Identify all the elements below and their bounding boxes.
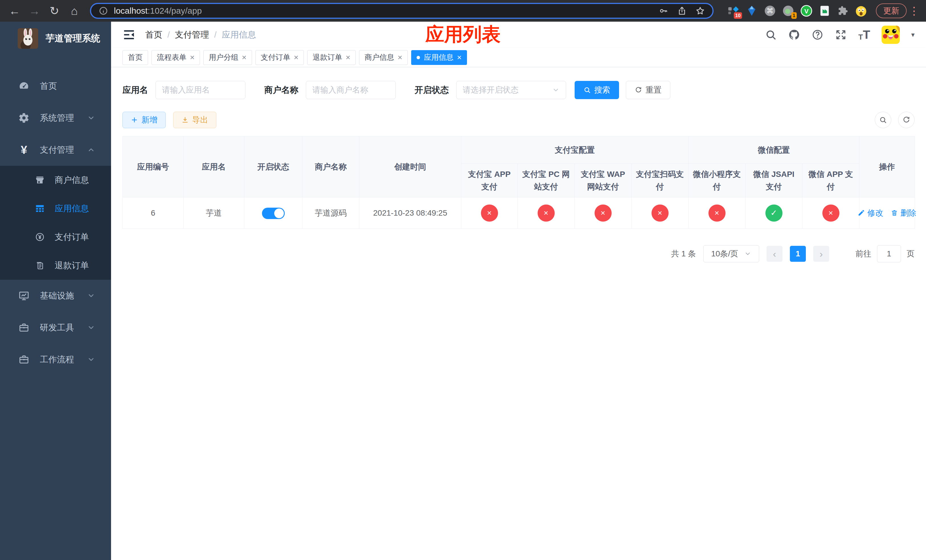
export-button[interactable]: 导出 <box>173 112 216 128</box>
extension-icon-4[interactable]: 1 <box>782 5 794 17</box>
sidebar-item-app-info[interactable]: 应用信息 <box>0 194 111 223</box>
search-button[interactable]: 搜索 <box>575 81 619 99</box>
font-size-icon[interactable]: TT <box>858 29 870 41</box>
chevron-up-icon <box>87 146 95 154</box>
browser-update-button[interactable]: 更新 <box>876 3 906 18</box>
sidebar-item-home[interactable]: 首页 <box>0 70 111 102</box>
breadcrumb-payment[interactable]: 支付管理 <box>175 29 209 41</box>
close-icon[interactable]: × <box>346 53 350 62</box>
close-icon[interactable]: × <box>398 53 402 62</box>
site-info-icon[interactable] <box>98 6 108 16</box>
refresh-table-button[interactable] <box>898 112 915 128</box>
close-icon[interactable]: × <box>457 53 461 62</box>
browser-toolbar: ← → ↻ ⌂ localhost:1024/pay/app 10 ⌘ <box>0 0 926 22</box>
address-bar[interactable]: localhost:1024/pay/app <box>90 3 714 19</box>
breadcrumb-home[interactable]: 首页 <box>145 29 162 41</box>
app-logo-row[interactable]: 芋道管理系统 <box>0 22 111 55</box>
extension-icon-1[interactable]: 10 <box>727 5 740 17</box>
share-icon[interactable] <box>677 6 687 16</box>
tab-refund-order[interactable]: 退款订单× <box>307 50 356 65</box>
sidebar-item-pay-order[interactable]: 支付订单 <box>0 223 111 251</box>
browser-forward-button[interactable]: → <box>25 2 44 20</box>
status-select[interactable]: 请选择开启状态 <box>456 81 566 99</box>
close-icon[interactable]: × <box>242 53 246 62</box>
sidebar-item-merchant-info[interactable]: 商户信息 <box>0 166 111 194</box>
sidebar-collapse-icon[interactable] <box>123 28 136 41</box>
extension-icon-2[interactable] <box>746 5 758 17</box>
tab-home[interactable]: 首页 <box>123 50 148 65</box>
github-icon[interactable] <box>788 29 800 41</box>
col-actions: 操作 <box>859 136 915 197</box>
url-host: localhost <box>114 6 147 15</box>
help-icon[interactable] <box>811 29 823 41</box>
close-icon[interactable]: × <box>190 53 195 62</box>
close-icon[interactable]: × <box>294 53 298 62</box>
browser-menu-icon[interactable]: ⋮ <box>908 5 920 16</box>
sidebar-item-system[interactable]: 系统管理 <box>0 102 111 134</box>
sidebar-item-dev-tools[interactable]: 研发工具 <box>0 312 111 344</box>
tab-merchant-info[interactable]: 商户信息× <box>359 50 407 65</box>
sidebar-item-refund-order[interactable]: 退款订单 <box>0 251 111 280</box>
prev-page-button[interactable]: ‹ <box>767 246 782 262</box>
add-button[interactable]: 新增 <box>123 112 166 128</box>
total-count: 共 1 条 <box>671 248 696 259</box>
col-alipay-pc: 支付宝 PC 网站支付 <box>517 164 575 197</box>
avatar[interactable] <box>882 26 900 44</box>
toggle-search-button[interactable] <box>875 112 891 128</box>
briefcase-icon <box>18 322 30 333</box>
status-label: 开启状态 <box>415 84 449 96</box>
next-page-button[interactable]: › <box>813 246 829 262</box>
reset-button[interactable]: 重置 <box>626 81 670 99</box>
tab-user-group[interactable]: 用户分组× <box>203 50 252 65</box>
sidebar-item-infrastructure[interactable]: 基础设施 <box>0 280 111 312</box>
goto-page-input[interactable] <box>877 245 901 262</box>
document-icon <box>34 260 45 271</box>
enabled-switch[interactable] <box>262 207 285 219</box>
table-row: 6 芋道 芋道源码 2021-10-23 08:49:25 × × × × × <box>123 197 915 229</box>
sidebar-item-payment[interactable]: ¥ 支付管理 <box>0 134 111 166</box>
cell-created: 2021-10-23 08:49:25 <box>359 197 461 229</box>
merchant-name-label: 商户名称 <box>264 84 298 96</box>
page-number-1[interactable]: 1 <box>790 246 806 262</box>
search-icon[interactable] <box>765 29 777 41</box>
url-path: :1024/pay/app <box>147 6 201 15</box>
extension-icon-6[interactable] <box>819 5 831 17</box>
goto-suffix: 页 <box>906 248 915 259</box>
app-name-input[interactable] <box>156 81 245 99</box>
delete-link[interactable]: 删除 <box>891 207 916 219</box>
browser-back-button[interactable]: ← <box>5 2 24 20</box>
chevron-down-icon <box>552 86 560 94</box>
cell-app-id: 6 <box>123 197 184 229</box>
browser-reload-button[interactable]: ↻ <box>45 2 64 20</box>
col-app-name: 应用名 <box>184 136 244 197</box>
filter-form: 应用名 商户名称 开启状态 请选择开启状态 搜索 <box>123 81 915 99</box>
sidebar-menu: 首页 系统管理 ¥ 支付管理 商户信息 <box>0 55 111 375</box>
merchant-name-input[interactable] <box>306 81 396 99</box>
extension-icon-3[interactable]: ⌘ <box>764 5 776 17</box>
tab-pay-order[interactable]: 支付订单× <box>256 50 304 65</box>
menu-label: 研发工具 <box>40 322 74 333</box>
payment-submenu: 商户信息 应用信息 支付订单 退款订单 <box>0 166 111 280</box>
status-select-placeholder: 请选择开启状态 <box>463 85 519 95</box>
url-text[interactable]: localhost:1024/pay/app <box>114 6 653 16</box>
cell-merchant: 芋道源码 <box>303 197 359 229</box>
menu-label: 应用信息 <box>54 203 89 215</box>
bookmark-star-icon[interactable] <box>695 6 705 16</box>
browser-home-button[interactable]: ⌂ <box>65 2 84 20</box>
tab-process-form[interactable]: 流程表单× <box>151 50 200 65</box>
edit-link[interactable]: 修改 <box>858 207 883 219</box>
fullscreen-icon[interactable] <box>835 29 847 41</box>
page-size-select[interactable]: 10条/页 <box>703 245 759 262</box>
extension-icon-emoji[interactable] <box>855 5 867 17</box>
extension-icon-5[interactable]: V <box>800 5 813 17</box>
alipay-qr-status-icon: × <box>652 204 669 222</box>
extension-badge: 10 <box>734 12 742 19</box>
tab-app-info[interactable]: 应用信息× <box>411 50 467 65</box>
extensions-puzzle-icon[interactable] <box>837 5 849 17</box>
caret-down-icon[interactable]: ▾ <box>911 31 915 39</box>
yen-circle-icon <box>34 232 45 242</box>
sidebar: 芋道管理系统 首页 系统管理 ¥ 支付管理 <box>0 22 111 560</box>
breadcrumb-separator: / <box>168 30 170 39</box>
password-key-icon[interactable] <box>659 6 669 16</box>
sidebar-item-workflow[interactable]: 工作流程 <box>0 344 111 375</box>
